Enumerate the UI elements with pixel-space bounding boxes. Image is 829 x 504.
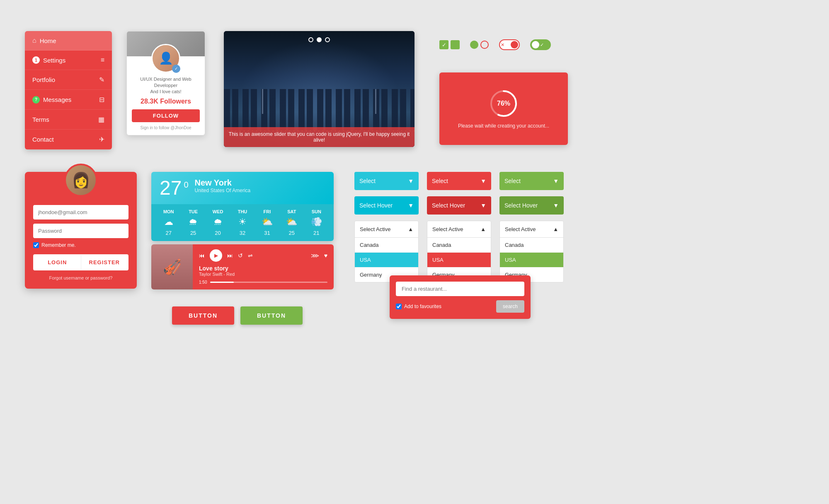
login-button[interactable]: LOGIN bbox=[34, 255, 81, 270]
profile-avatar-wrap: 👤 ✓ bbox=[151, 44, 180, 73]
password-field[interactable] bbox=[33, 224, 128, 238]
forecast-day: WED 🌧 20 bbox=[206, 209, 230, 236]
select-active-header-red[interactable]: Select Active ▲ bbox=[427, 221, 491, 238]
radio-group bbox=[470, 41, 489, 49]
select-hover-cyan[interactable]: Select Hover ▼ bbox=[354, 196, 419, 215]
forward-button[interactable]: ⏭ bbox=[227, 252, 233, 259]
select-cyan[interactable]: Select ▼ bbox=[354, 172, 419, 190]
nav-item-portfolio[interactable]: Portfolio ✎ bbox=[25, 70, 112, 90]
select-red[interactable]: Select ▼ bbox=[427, 172, 491, 190]
nav-label-terms: Terms bbox=[32, 116, 49, 123]
nav-label-settings: Settings bbox=[43, 57, 65, 64]
chevron-down-icon: ▼ bbox=[408, 202, 414, 209]
follow-button[interactable]: FOLLOW bbox=[132, 109, 200, 122]
select-row-active: Select Active ▲ Canada USA Germany Selec… bbox=[354, 221, 564, 282]
toggle-off[interactable]: ✕ bbox=[499, 39, 520, 50]
weather-header: 27 0 New York United States Of America bbox=[151, 172, 334, 204]
option-usa-red[interactable]: USA bbox=[427, 253, 491, 268]
progress-fill bbox=[210, 282, 234, 283]
green-button[interactable]: BUTTON bbox=[240, 306, 303, 325]
select-green[interactable]: Select ▼ bbox=[499, 172, 564, 190]
forgot-password[interactable]: Forgot username or password? bbox=[33, 275, 128, 280]
progress-circle: 76% bbox=[489, 89, 518, 118]
radio-on[interactable] bbox=[470, 41, 478, 49]
music-controls: ⏮ ▶ ⏭ ↺ ⇌ ⋙ ♥ bbox=[199, 249, 327, 262]
track-artist: Taylor Swift - Red bbox=[199, 272, 327, 277]
shuffle-button[interactable]: ⇌ bbox=[248, 252, 253, 259]
signin-text: Sign in to follow @JhonDoe bbox=[132, 125, 200, 130]
nav-label-home: Home bbox=[40, 37, 56, 44]
chevron-down-icon: ▼ bbox=[553, 202, 559, 209]
select-active-header-green[interactable]: Select Active ▲ bbox=[500, 221, 563, 238]
like-button[interactable]: ♥ bbox=[324, 252, 327, 259]
fav-checkbox[interactable] bbox=[396, 304, 402, 309]
progress-bar[interactable] bbox=[210, 282, 327, 283]
select-active-header-cyan[interactable]: Select Active ▲ bbox=[355, 221, 418, 238]
register-button[interactable]: REGISTER bbox=[81, 255, 128, 270]
nav-menu: ⌂ Home 1 Settings ≡ Portfolio ✎ ? Messag… bbox=[25, 31, 112, 150]
music-progress: 1:50 bbox=[199, 280, 327, 285]
login-avatar: 👩 bbox=[64, 164, 97, 197]
repeat-button[interactable]: ↺ bbox=[238, 252, 243, 259]
remember-checkbox[interactable] bbox=[33, 242, 39, 248]
red-button[interactable]: BUTTON bbox=[172, 306, 234, 325]
select-active-red: Select Active ▲ Canada USA Germany bbox=[427, 221, 491, 282]
home-icon: ⌂ bbox=[32, 37, 36, 44]
nav-item-settings[interactable]: 1 Settings ≡ bbox=[25, 51, 112, 70]
search-footer: Add to favourites search bbox=[396, 300, 524, 313]
email-field[interactable] bbox=[33, 205, 128, 219]
nav-label-messages: Messages bbox=[43, 96, 71, 103]
followers-count: 28.3K Followers bbox=[132, 98, 200, 105]
share-button[interactable]: ⋙ bbox=[311, 252, 319, 259]
select-hover-red[interactable]: Select Hover ▼ bbox=[427, 196, 491, 215]
chevron-down-icon: ▼ bbox=[480, 202, 486, 209]
bridge-cables bbox=[262, 89, 376, 114]
toggle-off-knob bbox=[511, 41, 518, 48]
controls-area: ✓ ✕ ✓ bbox=[439, 39, 551, 50]
chevron-up-icon: ▲ bbox=[480, 226, 486, 232]
nav-item-terms[interactable]: Terms ▦ bbox=[25, 110, 112, 130]
slider-dot-2[interactable] bbox=[317, 37, 322, 42]
chevron-down-icon: ▼ bbox=[480, 178, 486, 184]
radio-off[interactable] bbox=[480, 41, 489, 49]
slider-caption: This is an awesome slider that you can c… bbox=[224, 127, 414, 147]
profile-card: 👤 ✓ UI/UX Designer and Web Developper An… bbox=[126, 31, 205, 135]
option-canada-green[interactable]: Canada bbox=[500, 238, 563, 253]
play-button[interactable]: ▶ bbox=[210, 249, 222, 262]
contact-icon: ✈ bbox=[99, 135, 104, 143]
chevron-up-icon: ▲ bbox=[553, 226, 558, 232]
settings-icon: ≡ bbox=[101, 56, 104, 64]
option-usa-cyan[interactable]: USA bbox=[355, 253, 418, 268]
toggle-on[interactable]: ✓ bbox=[530, 39, 551, 50]
nav-item-home[interactable]: ⌂ Home bbox=[25, 31, 112, 51]
add-to-favourites: Add to favourites bbox=[396, 304, 441, 309]
progress-percent: 76% bbox=[497, 100, 510, 107]
selects-area: Select ▼ Select ▼ Select ▼ Select Hover … bbox=[354, 172, 564, 289]
checkbox-group: ✓ bbox=[439, 40, 460, 49]
option-canada-cyan[interactable]: Canada bbox=[355, 238, 418, 253]
login-card: 👩 Remember me. LOGIN REGISTER Forgot use… bbox=[25, 172, 137, 289]
search-button[interactable]: search bbox=[496, 300, 524, 313]
messages-badge: ? bbox=[32, 96, 40, 104]
verified-badge: ✓ bbox=[172, 65, 180, 73]
settings-badge: 1 bbox=[32, 56, 40, 64]
option-canada-red[interactable]: Canada bbox=[427, 238, 491, 253]
track-title: Love story bbox=[199, 265, 327, 272]
search-input[interactable] bbox=[396, 282, 524, 296]
checkbox-checked[interactable]: ✓ bbox=[439, 40, 448, 49]
nav-item-messages[interactable]: ? Messages ⊟ bbox=[25, 90, 112, 110]
nav-item-contact[interactable]: Contact ✈ bbox=[25, 130, 112, 150]
slider-dot-3[interactable] bbox=[325, 37, 330, 42]
checkbox-empty[interactable] bbox=[451, 40, 460, 49]
rewind-button[interactable]: ⏮ bbox=[199, 252, 205, 259]
chevron-up-icon: ▲ bbox=[408, 226, 413, 232]
auth-buttons: LOGIN REGISTER bbox=[33, 254, 128, 270]
music-content: ⏮ ▶ ⏭ ↺ ⇌ ⋙ ♥ Love story Taylor Swift - … bbox=[193, 244, 334, 289]
forecast-day: SAT ⛅ 25 bbox=[279, 209, 304, 236]
slider-dot-1[interactable] bbox=[308, 37, 313, 42]
select-hover-green[interactable]: Select Hover ▼ bbox=[499, 196, 564, 215]
option-usa-green[interactable]: USA bbox=[500, 253, 563, 268]
music-thumbnail: 🎻 bbox=[151, 244, 193, 289]
forecast-day: THU ☀ 32 bbox=[230, 209, 255, 236]
select-active-cyan: Select Active ▲ Canada USA Germany bbox=[354, 221, 419, 282]
